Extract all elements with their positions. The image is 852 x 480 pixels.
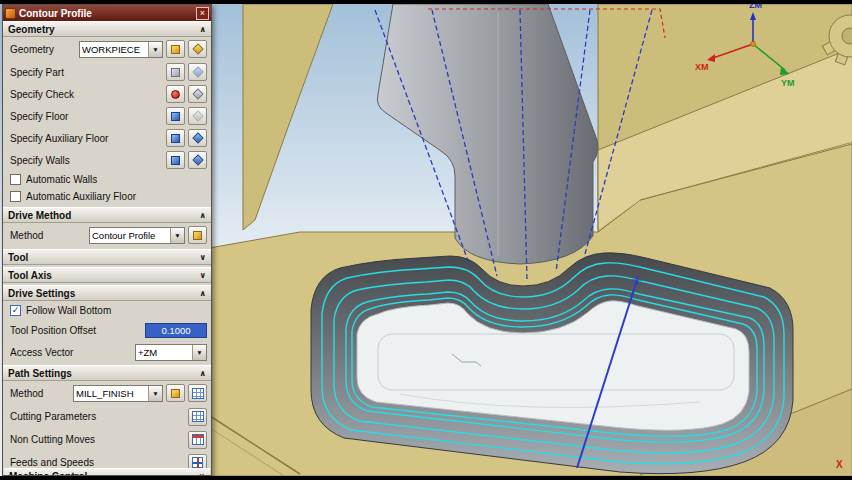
chevron-up-icon[interactable]: ∧ — [200, 289, 208, 298]
display-diamond-icon — [192, 132, 203, 143]
dialog-title: Contour Profile — [19, 8, 193, 19]
section-header-drive-method[interactable]: Drive Method ∧ — [3, 207, 211, 223]
chevron-up-icon[interactable]: ∧ — [200, 369, 208, 378]
dropdown-arrow-icon[interactable]: ▼ — [192, 345, 206, 360]
floor-geometry-icon — [171, 112, 180, 121]
cutting-parameters-icon[interactable] — [188, 408, 207, 426]
select-geometry-icon[interactable] — [166, 40, 185, 58]
specify-floor-row: Specify Floor — [3, 105, 211, 127]
display-diamond-icon — [192, 110, 203, 121]
moves-grid-icon — [192, 434, 204, 445]
section-title: Drive Settings — [8, 288, 75, 299]
specify-part-row: Specify Part — [3, 61, 211, 83]
section-header-drive-settings[interactable]: Drive Settings ∧ — [3, 285, 211, 301]
display-part-icon[interactable] — [188, 63, 207, 81]
dialog-titlebar[interactable]: Contour Profile × — [3, 5, 211, 21]
new-method-icon[interactable] — [188, 384, 207, 402]
check-geometry-icon — [171, 90, 180, 99]
access-vector-row: Access Vector +ZM ▼ — [3, 341, 211, 363]
chevron-up-icon[interactable]: ∧ — [200, 25, 208, 34]
new-geometry-icon[interactable] — [188, 40, 207, 58]
automatic-auxiliary-floor-label: Automatic Auxiliary Floor — [26, 191, 207, 202]
non-cutting-moves-label: Non Cutting Moves — [10, 434, 185, 445]
drive-method-label: Method — [10, 230, 89, 241]
section-title: Path Settings — [8, 368, 72, 379]
specify-floor-label: Specify Floor — [10, 111, 163, 122]
non-cutting-moves-icon[interactable] — [188, 431, 207, 449]
section-title: Tool — [8, 252, 28, 263]
automatic-walls-checkbox[interactable] — [10, 174, 21, 185]
section-title: Drive Method — [8, 210, 71, 221]
path-method-value: MILL_FINISH — [74, 388, 148, 399]
select-auxiliary-floor-icon[interactable] — [166, 129, 185, 147]
display-check-icon[interactable] — [188, 85, 207, 103]
drive-method-row: Method Contour Profile ▼ — [3, 223, 211, 247]
edit-method-icon[interactable] — [166, 384, 185, 402]
select-part-icon[interactable] — [166, 63, 185, 81]
geometry-row: Geometry WORKPIECE ▼ — [3, 37, 211, 61]
wrench-icon — [171, 45, 180, 54]
dialog-app-icon — [5, 8, 16, 19]
drive-method-dropdown[interactable]: Contour Profile ▼ — [89, 227, 185, 244]
display-walls-icon[interactable] — [188, 151, 207, 169]
access-vector-dropdown[interactable]: +ZM ▼ — [135, 344, 207, 361]
cutting-parameters-label: Cutting Parameters — [10, 411, 185, 422]
edit-drive-method-icon[interactable] — [188, 226, 207, 244]
automatic-auxiliary-floor-checkbox[interactable] — [10, 191, 21, 202]
section-geometry: Geometry ∧ Geometry WORKPIECE ▼ Specify … — [3, 21, 211, 207]
tool-position-offset-row: Tool Position Offset 0.1000 — [3, 319, 211, 341]
dropdown-arrow-icon[interactable]: ▼ — [148, 386, 162, 401]
section-header-machine-control[interactable]: Machine Control ∨ — [4, 468, 210, 476]
chevron-down-icon[interactable]: ∨ — [200, 253, 208, 262]
section-header-tool-axis[interactable]: Tool Axis ∨ — [3, 267, 211, 283]
section-header-geometry[interactable]: Geometry ∧ — [3, 21, 211, 37]
display-diamond-icon — [192, 66, 203, 77]
wrench-icon — [171, 389, 180, 398]
geometry-dropdown[interactable]: WORKPIECE ▼ — [79, 41, 163, 58]
wrench-icon — [193, 231, 202, 240]
display-floor-icon[interactable] — [188, 107, 207, 125]
parameters-grid-icon — [192, 411, 204, 422]
section-path-settings: Path Settings ∧ Method MILL_FINISH ▼ Cut… — [3, 365, 211, 476]
display-auxiliary-floor-icon[interactable] — [188, 129, 207, 147]
display-diamond-icon — [192, 88, 203, 99]
new-geometry-glyph-icon — [192, 43, 203, 54]
select-check-icon[interactable] — [166, 85, 185, 103]
cutting-parameters-row: Cutting Parameters — [3, 405, 211, 428]
grid-icon — [192, 388, 204, 399]
select-floor-icon[interactable] — [166, 107, 185, 125]
section-header-tool[interactable]: Tool ∨ — [3, 249, 211, 265]
close-icon[interactable]: × — [196, 7, 209, 20]
tool-position-offset-input[interactable]: 0.1000 — [145, 323, 207, 338]
specify-part-label: Specify Part — [10, 67, 163, 78]
path-method-dropdown[interactable]: MILL_FINISH ▼ — [73, 385, 163, 402]
dropdown-arrow-icon[interactable]: ▼ — [148, 42, 162, 57]
geometry-label: Geometry — [10, 44, 79, 55]
section-header-path-settings[interactable]: Path Settings ∧ — [3, 365, 211, 381]
chevron-up-icon[interactable]: ∧ — [200, 211, 208, 220]
x-axis-label: X — [836, 459, 843, 470]
path-method-row: Method MILL_FINISH ▼ — [3, 381, 211, 405]
section-tool: Tool ∨ — [3, 249, 211, 267]
feeds-cross-icon — [192, 457, 203, 468]
section-title: Tool Axis — [8, 270, 52, 281]
aux-floor-geometry-icon — [171, 134, 180, 143]
ym-axis-label: YM — [781, 78, 795, 88]
xm-axis-label: XM — [695, 62, 709, 72]
chevron-down-icon[interactable]: ∨ — [200, 271, 208, 280]
follow-wall-bottom-row: ✓ Follow Wall Bottom — [3, 301, 211, 319]
section-drive-method: Drive Method ∧ Method Contour Profile ▼ — [3, 207, 211, 249]
walls-geometry-icon — [171, 156, 180, 165]
access-vector-value: +ZM — [136, 347, 192, 358]
feeds-and-speeds-label: Feeds and Speeds — [10, 457, 185, 468]
non-cutting-moves-row: Non Cutting Moves — [3, 428, 211, 451]
automatic-auxiliary-floor-row: Automatic Auxiliary Floor — [3, 188, 211, 205]
section-title: Geometry — [8, 24, 55, 35]
dropdown-arrow-icon[interactable]: ▼ — [170, 228, 184, 243]
specify-check-row: Specify Check — [3, 83, 211, 105]
select-walls-icon[interactable] — [166, 151, 185, 169]
drive-method-value: Contour Profile — [90, 230, 170, 241]
contour-profile-dialog: Contour Profile × Geometry ∧ Geometry WO… — [2, 4, 212, 476]
display-diamond-icon — [192, 154, 203, 165]
follow-wall-bottom-checkbox[interactable]: ✓ — [10, 305, 21, 316]
